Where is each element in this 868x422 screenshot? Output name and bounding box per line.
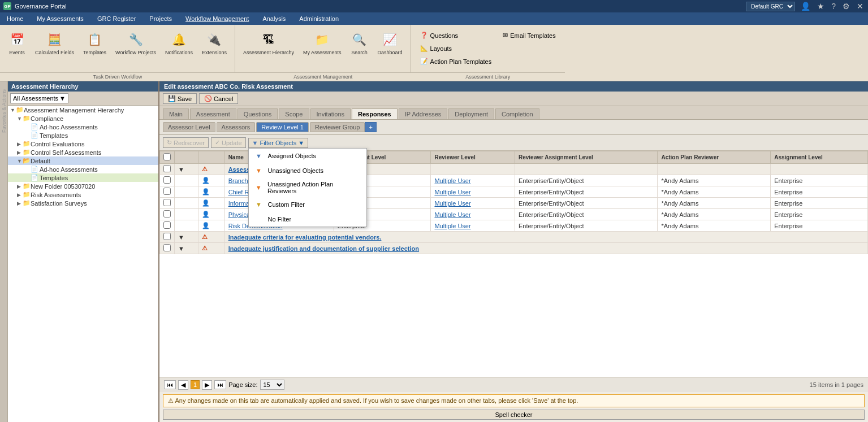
group1-expand-icon[interactable]: ▼ bbox=[178, 166, 184, 173]
nav-grc-register[interactable]: GRC Register bbox=[90, 12, 142, 25]
row-checkbox[interactable] bbox=[163, 233, 171, 240]
group2-expand-icon[interactable]: ▼ bbox=[178, 234, 184, 241]
tree-control-self[interactable]: ▶ 📁 Control Self Assessments bbox=[8, 148, 158, 156]
first-page-button[interactable]: ⏮ bbox=[164, 380, 176, 389]
nav-home[interactable]: Home bbox=[0, 12, 30, 25]
tab-scope[interactable]: Scope bbox=[279, 108, 309, 119]
nav-administration[interactable]: Administration bbox=[292, 12, 346, 25]
close-icon[interactable]: ✕ bbox=[856, 2, 865, 11]
extensions-button[interactable]: 🔌 Extensions bbox=[198, 28, 230, 58]
tab-assessment[interactable]: Assessment bbox=[190, 108, 236, 119]
assessment-lib-label: Assessment Library bbox=[411, 72, 565, 81]
toolbar: 📅 Events 🧮 Calculated Fields 📋 Templates… bbox=[0, 25, 868, 81]
questions-button[interactable]: ❓ Questions bbox=[417, 29, 495, 41]
assigned-objects-item[interactable]: ▼ Assigned Objects bbox=[249, 149, 366, 163]
page-size-select[interactable]: 15 25 50 100 bbox=[260, 380, 284, 390]
my-assessments-button[interactable]: 📁 My Assessments bbox=[300, 28, 345, 58]
calc-fields-button[interactable]: 🧮 Calculated Fields bbox=[32, 28, 77, 58]
pagination-bar: ⏮ ◀ 1 ▶ ⏭ Page size: 15 25 50 100 15 ite… bbox=[159, 377, 868, 392]
tree-risk-assessments[interactable]: ▶ 📁 Risk Assessments bbox=[8, 190, 158, 199]
tree-root[interactable]: ▼ 📁 Assessment Management Hierarchy bbox=[8, 106, 158, 114]
tree-default-adhoc[interactable]: 📄 Ad-hoc Assessments bbox=[8, 165, 158, 173]
tab-invitations[interactable]: Invitations bbox=[310, 108, 351, 119]
tab-ip-addresses[interactable]: IP Addresses bbox=[399, 108, 448, 119]
templates-button[interactable]: 📋 Templates bbox=[80, 28, 110, 58]
email-templates-button[interactable]: ✉ Email Templates bbox=[499, 29, 559, 41]
email-templates-icon: ✉ bbox=[503, 32, 508, 39]
reviewer-level-cell[interactable]: Multiple User bbox=[434, 211, 470, 218]
update-button[interactable]: ✓ Update bbox=[211, 137, 245, 148]
sub-tab-reviewer-group[interactable]: Reviewer Group bbox=[310, 122, 365, 132]
no-filter-item[interactable]: No Filter bbox=[249, 212, 366, 227]
tree-compliance[interactable]: ▼ 📁 Compliance bbox=[8, 114, 158, 123]
reviewer-level-cell[interactable]: Multiple User bbox=[434, 189, 470, 195]
row-checkbox[interactable] bbox=[163, 244, 171, 251]
assessment-hierarchy-button[interactable]: 🏗 Assessment Hierarchy bbox=[240, 28, 297, 58]
row-checkbox[interactable] bbox=[163, 188, 171, 195]
events-button[interactable]: 📅 Events bbox=[5, 28, 29, 58]
group3-name[interactable]: Inadequate justification and documentati… bbox=[228, 245, 419, 252]
group2-name[interactable]: Inadequate criteria for evaluating poten… bbox=[228, 234, 382, 241]
prev-page-button[interactable]: ◀ bbox=[178, 380, 188, 390]
row-checkbox[interactable] bbox=[163, 221, 171, 229]
row-checkbox[interactable] bbox=[163, 199, 171, 206]
settings-icon[interactable]: ⚙ bbox=[841, 2, 851, 11]
dashboard-button[interactable]: 📈 Dashboard bbox=[374, 28, 406, 58]
tree-default-templates[interactable]: 📄 Templates bbox=[8, 173, 158, 182]
tab-responses[interactable]: Responses bbox=[352, 108, 398, 119]
row-checkbox[interactable] bbox=[163, 176, 171, 184]
current-page-button[interactable]: 1 bbox=[191, 380, 200, 389]
tab-questions[interactable]: Questions bbox=[237, 108, 278, 119]
nav-projects[interactable]: Projects bbox=[142, 12, 179, 25]
header-reviewer-level: Reviewer Level bbox=[431, 151, 515, 164]
all-assessments-dropdown[interactable]: All Assessments ▼ bbox=[10, 93, 68, 103]
nav-workflow-management[interactable]: Workflow Management bbox=[179, 12, 256, 25]
unassigned-objects-item[interactable]: ▼ Unassigned Objects bbox=[249, 163, 366, 178]
star-icon[interactable]: ★ bbox=[816, 2, 826, 11]
templates-doc-icon: 📄 bbox=[31, 132, 38, 139]
spell-checker-button[interactable]: Spell checker bbox=[163, 410, 865, 420]
workflow-projects-button[interactable]: 🔧 Workflow Projects bbox=[112, 28, 159, 58]
add-reviewer-group-button[interactable]: + bbox=[365, 122, 376, 132]
tree-control-eval[interactable]: ▶ 📁 Control Evaluations bbox=[8, 140, 158, 148]
group3-expand-icon[interactable]: ▼ bbox=[178, 245, 184, 252]
tree-templates[interactable]: 📄 Templates bbox=[8, 131, 158, 140]
user-icon[interactable]: 👤 bbox=[800, 2, 811, 11]
custom-filter-item[interactable]: ▼ Custom Filter bbox=[249, 197, 366, 212]
layouts-button[interactable]: 📐 Layouts bbox=[417, 42, 495, 54]
cancel-button[interactable]: 🚫 Cancel bbox=[199, 93, 238, 104]
action-plan-templates-label: Action Plan Templates bbox=[430, 58, 492, 65]
tree-adhoc[interactable]: 📄 Ad-hoc Assessments bbox=[8, 123, 158, 131]
next-page-button[interactable]: ▶ bbox=[202, 380, 212, 390]
rediscover-button[interactable]: ↻ Rediscover bbox=[163, 137, 209, 148]
reviewer-level-cell[interactable]: Multiple User bbox=[434, 223, 470, 229]
save-button[interactable]: 💾 Save bbox=[163, 93, 197, 104]
nav-my-assessments[interactable]: My Assessments bbox=[30, 12, 90, 25]
select-all-checkbox[interactable] bbox=[163, 153, 171, 160]
sub-tab-assessor-level[interactable]: Assessor Level bbox=[163, 122, 215, 132]
profile-dropdown[interactable]: Default GRC bbox=[746, 2, 795, 11]
row-checkbox[interactable] bbox=[163, 165, 171, 172]
action-plan-templates-button[interactable]: 📝 Action Plan Templates bbox=[417, 55, 495, 67]
sub-tab-assessors[interactable]: Assessors bbox=[217, 122, 256, 132]
question-icon[interactable]: ? bbox=[830, 2, 837, 11]
filter-objects-button[interactable]: ▼ Filter Objects ▼ bbox=[248, 138, 309, 148]
tree-new-folder[interactable]: ▶ 📁 New Folder 005307020 bbox=[8, 182, 158, 190]
nav-analysis[interactable]: Analysis bbox=[256, 12, 292, 25]
tree-satisfaction[interactable]: ▶ 📁 Satisfaction Surveys bbox=[8, 199, 158, 207]
unassigned-ap-reviewers-item[interactable]: ▼ Unassigned Action Plan Reviewers bbox=[249, 178, 366, 197]
tab-completion[interactable]: Completion bbox=[495, 108, 539, 119]
tab-deployment[interactable]: Deployment bbox=[448, 108, 494, 119]
row-checkbox[interactable] bbox=[163, 210, 171, 217]
no-filter-label: No Filter bbox=[268, 216, 292, 223]
tree-default[interactable]: ▼ 📂 Default bbox=[8, 156, 158, 165]
tab-main[interactable]: Main bbox=[163, 108, 189, 119]
reviewer-level-cell[interactable]: Multiple User bbox=[434, 177, 470, 184]
top-bar-right: Default GRC 👤 ★ ? ⚙ ✕ bbox=[746, 2, 865, 11]
reviewer-level-cell[interactable]: Multiple User bbox=[434, 200, 470, 207]
default-adhoc-label: Ad-hoc Assessments bbox=[40, 166, 98, 173]
sub-tab-review-level-1[interactable]: Review Level 1 bbox=[256, 122, 309, 132]
notifications-button[interactable]: 🔔 Notifications bbox=[162, 28, 196, 58]
last-page-button[interactable]: ⏭ bbox=[214, 380, 226, 389]
search-button[interactable]: 🔍 Search bbox=[347, 28, 372, 58]
